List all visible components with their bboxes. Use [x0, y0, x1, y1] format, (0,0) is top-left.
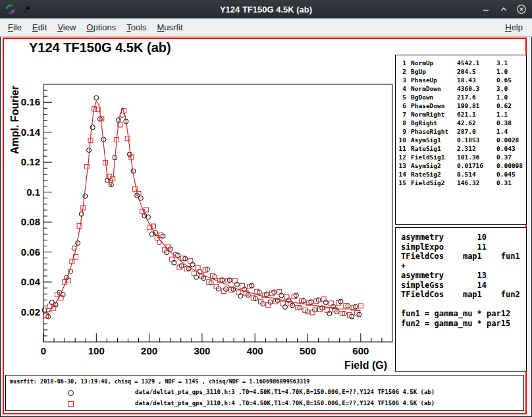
legend-circle-marker: [68, 390, 74, 396]
fit-parameter-row: 1NormUp4542.13.1: [396, 59, 526, 67]
x-axis-title: Field (G): [344, 360, 387, 371]
svg-text:0.14: 0.14: [21, 126, 41, 138]
svg-text:200: 200: [141, 345, 157, 356]
svg-text:0.06: 0.06: [21, 246, 40, 258]
fit-parameter-row: 4NormDown4360.33.0: [396, 84, 526, 93]
fit-parameter-row: 7NormRight621.11.1: [396, 110, 526, 119]
fit-parameter-row: 8BgRight42.620.38: [396, 119, 526, 127]
svg-text:0.12: 0.12: [21, 156, 40, 167]
menu-left: FileEditViewOptionsToolsMusrfit: [0, 20, 188, 35]
theory-box[interactable]: asymmetry 10 simplExpo 11 TFieldCos map1…: [395, 227, 527, 372]
legend-row: data/deltat_pta_gps_3110,h:4 ,T0=4.50K,T…: [6, 399, 523, 410]
legend-row: data/deltat_pta_gps_3110,h:3 ,T0=4.50K,T…: [6, 388, 523, 399]
menu-item-options[interactable]: Options: [81, 20, 121, 35]
menu-item-edit[interactable]: Edit: [27, 20, 52, 35]
fit-parameter-row: 6PhaseDown199.810.62: [396, 101, 526, 110]
info-legend-box[interactable]: musrfit: 2018-06-30, 13:19:40, chisq = 1…: [5, 375, 524, 411]
y-axis-title: Ampl. Fourier: [9, 86, 20, 154]
svg-text:0: 0: [41, 345, 46, 356]
titlebar[interactable]: Y124 TF150G 4.5K (ab): [0, 0, 532, 18]
maximize-button[interactable]: [498, 4, 509, 14]
fit-parameter-row: 14RateSig20.5140.045: [396, 170, 526, 179]
svg-text:0.16: 0.16: [21, 96, 40, 107]
fit-parameter-row: 3PhaseUp18.430.65: [396, 76, 526, 84]
svg-text:0.08: 0.08: [21, 216, 40, 227]
fit-parameter-row: 2BgUp204.51.0: [396, 67, 526, 76]
pin-icon: [21, 3, 33, 15]
svg-text:500: 500: [300, 345, 316, 356]
menu-item-tools[interactable]: Tools: [121, 20, 151, 35]
svg-text:0.1: 0.1: [26, 186, 40, 198]
app-icon: [5, 3, 16, 15]
menu-item-view[interactable]: View: [52, 20, 81, 35]
svg-text:600: 600: [352, 345, 369, 356]
legend-label: data/deltat_pta_gps_3110,h:4 ,T0=4.50K,T…: [135, 400, 435, 406]
root-canvas[interactable]: 01002003004005006000.020.040.060.080.10.…: [3, 38, 527, 414]
svg-text:300: 300: [194, 345, 210, 356]
menu-item-musrfit[interactable]: Musrfit: [152, 20, 188, 35]
menu-bar: FileEditViewOptionsToolsMusrfit Help: [0, 18, 532, 37]
fit-parameter-row: 11RateSig12.3120.043: [396, 144, 526, 153]
svg-text:400: 400: [247, 345, 263, 356]
fit-parameter-row: 5BgDown217.61.0: [396, 93, 526, 101]
plot-title: Y124 TF150G 4.5K (ab): [29, 40, 171, 55]
minimize-button[interactable]: [481, 4, 491, 14]
fit-parameter-row: 10AsymSig10.18530.0028: [396, 136, 526, 144]
fit-parameter-row: 12FieldSig1101.360.37: [396, 153, 526, 161]
window-title: Y124 TF150G 4.5K (ab): [0, 5, 532, 14]
fit-parameters-rows: 1NormUp4542.13.12BgUp204.51.03PhaseUp18.…: [396, 59, 526, 187]
fit-parameter-row: 9PhaseRight287.01.4: [396, 127, 526, 136]
plot-frame: [43, 84, 392, 342]
svg-text:0.02: 0.02: [21, 306, 40, 318]
menu-item-file[interactable]: File: [3, 20, 27, 35]
menu-right: Help: [500, 20, 532, 35]
legend-label: data/deltat_pta_gps_3110,h:3 ,T0=4.50K,T…: [135, 389, 435, 395]
fit-parameter-row: 13AsymSig20.017160.00098: [396, 161, 526, 170]
menu-item-help[interactable]: Help: [500, 20, 528, 35]
svg-text:0.04: 0.04: [21, 276, 41, 287]
fit-parameters-box[interactable]: 1NormUp4542.13.12BgUp204.51.03PhaseUp18.…: [395, 55, 527, 225]
svg-text:100: 100: [88, 345, 105, 356]
theory-text: asymmetry 10 simplExpo 11 TFieldCos map1…: [396, 228, 526, 328]
fit-parameter-row: 15FieldSig2146.320.31: [396, 179, 526, 187]
close-button[interactable]: [516, 4, 527, 14]
legend-square-marker: [68, 401, 74, 407]
fit-info-line: musrfit: 2018-06-30, 13:19:40, chisq = 1…: [10, 378, 309, 385]
